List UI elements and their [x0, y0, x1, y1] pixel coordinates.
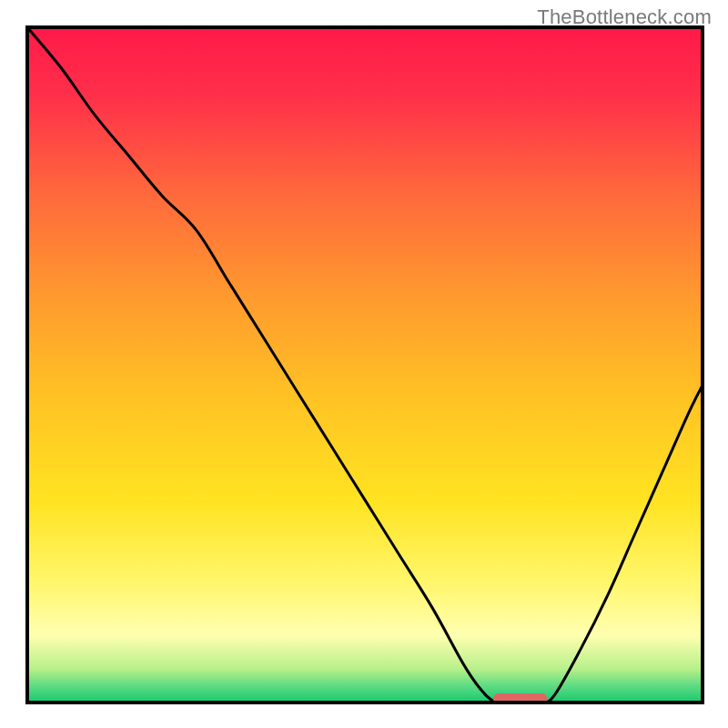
watermark-text: TheBottleneck.com	[537, 5, 712, 29]
bottleneck-chart	[0, 0, 728, 728]
plot-background	[27, 27, 703, 703]
chart-container: TheBottleneck.com	[0, 0, 728, 728]
